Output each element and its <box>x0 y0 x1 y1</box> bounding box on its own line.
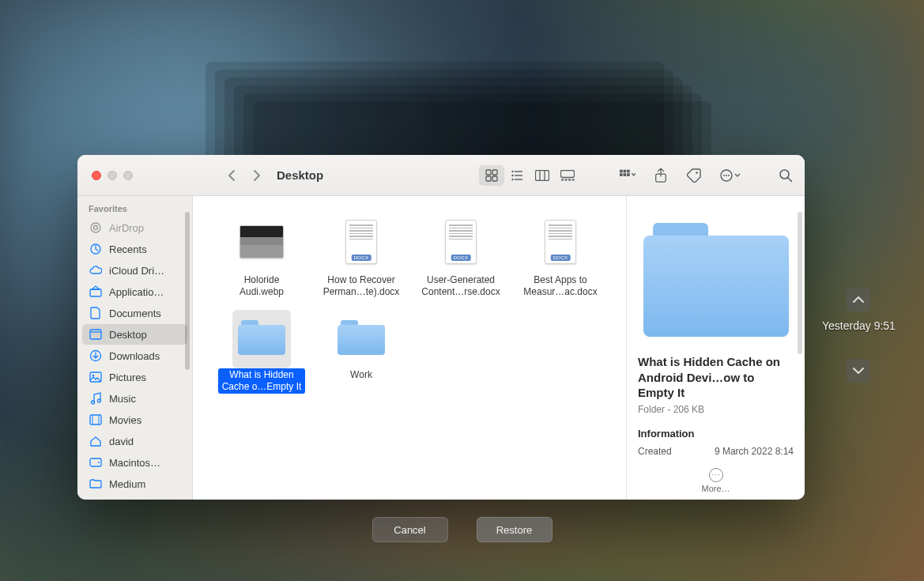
dialog-buttons: Cancel Restore <box>372 517 553 542</box>
svg-point-28 <box>726 175 727 176</box>
file-label: What is Hidden Cache o…Empty It <box>218 368 305 394</box>
file-grid: Holoride Audi.webp DOCX How to Recover P… <box>193 196 626 500</box>
file-item-selected[interactable]: What is Hidden Cache o…Empty It <box>212 310 311 398</box>
action-menu-button[interactable] <box>719 168 743 183</box>
file-label: Best Apps to Measur…ac.docx <box>517 274 604 299</box>
sidebar-header-favorites: Favorites <box>77 201 192 217</box>
view-mode-controls <box>479 165 580 186</box>
download-icon <box>89 349 103 362</box>
group-by-button[interactable] <box>620 168 635 183</box>
svg-rect-13 <box>561 170 575 177</box>
svg-rect-16 <box>568 179 571 180</box>
sidebar-item-macintosh[interactable]: Macintos… <box>82 452 187 473</box>
sidebar-item-movies[interactable]: Movies <box>82 409 187 430</box>
share-button[interactable] <box>653 168 669 183</box>
view-columns-button[interactable] <box>530 165 555 186</box>
preview-pane: What is Hidden Cache on Android Devi…ow … <box>626 196 805 500</box>
preview-scrollbar[interactable] <box>798 212 802 354</box>
zoom-window[interactable] <box>123 171 133 180</box>
sidebar-item-home[interactable]: david <box>82 431 187 451</box>
sidebar-item-label: Macintos… <box>109 457 160 469</box>
svg-rect-21 <box>620 173 623 176</box>
sidebar-item-airdrop[interactable]: AirDrop <box>82 217 187 238</box>
view-list-button[interactable] <box>504 165 530 186</box>
sidebar-item-label: Music <box>109 393 136 405</box>
preview-created-value: 9 March 2022 8:14 <box>715 446 794 457</box>
sidebar-item-downloads[interactable]: Downloads <box>82 345 187 366</box>
sidebar-item-medium[interactable]: Medium <box>82 473 187 494</box>
view-icons-button[interactable] <box>479 165 504 186</box>
pictures-icon <box>89 372 103 383</box>
file-label: Work <box>347 368 375 382</box>
svg-rect-20 <box>627 169 630 172</box>
image-thumbnail-icon <box>239 225 284 258</box>
file-item[interactable]: Work <box>311 310 411 398</box>
svg-point-29 <box>728 175 730 176</box>
file-label: How to Recover Perman…te).docx <box>318 274 405 299</box>
svg-rect-15 <box>565 179 568 180</box>
file-item[interactable]: DOCX Best Apps to Measur…ac.docx <box>511 215 610 304</box>
sidebar-item-desktop[interactable]: Desktop <box>82 324 187 345</box>
ellipsis-icon: ⋯ <box>709 468 723 482</box>
sidebar-item-label: Documents <box>109 307 161 319</box>
file-item[interactable]: DOCX How to Recover Perman…te).docx <box>311 215 411 304</box>
svg-rect-9 <box>515 179 522 179</box>
sidebar-item-music[interactable]: Music <box>82 388 187 409</box>
docx-icon: DOCX <box>545 220 576 264</box>
tags-button[interactable] <box>686 168 702 183</box>
restore-button[interactable]: Restore <box>477 517 553 542</box>
sidebar-item-label: Medium <box>109 478 145 490</box>
sidebar-item-pictures[interactable]: Pictures <box>82 367 187 387</box>
desktop-icon <box>89 329 103 340</box>
file-item[interactable]: Holoride Audi.webp <box>212 215 311 304</box>
preview-subtitle: Folder - 206 KB <box>638 404 794 415</box>
file-label: User-Generated Content…rse.docx <box>417 274 504 299</box>
svg-rect-18 <box>620 169 623 172</box>
preview-folder-icon <box>643 218 789 337</box>
timeline-up-button[interactable] <box>847 288 870 311</box>
svg-point-33 <box>94 226 98 230</box>
sidebar-item-documents[interactable]: Documents <box>82 303 187 323</box>
home-icon <box>89 436 103 447</box>
svg-point-27 <box>723 175 725 176</box>
svg-rect-17 <box>572 179 575 180</box>
timeline-down-button[interactable] <box>847 359 870 383</box>
sidebar-scrollbar[interactable] <box>185 212 190 370</box>
svg-point-25 <box>696 172 698 174</box>
svg-rect-7 <box>515 175 522 175</box>
music-icon <box>89 392 103 405</box>
svg-point-40 <box>92 375 95 377</box>
search-button[interactable] <box>778 168 794 183</box>
svg-rect-35 <box>90 289 101 296</box>
svg-rect-23 <box>627 173 630 176</box>
sidebar-item-recents[interactable]: Recents <box>82 239 187 259</box>
svg-point-6 <box>511 174 513 175</box>
svg-rect-19 <box>624 169 627 172</box>
apps-icon <box>89 285 103 298</box>
svg-rect-3 <box>492 176 497 181</box>
sidebar-item-label: Downloads <box>109 350 160 362</box>
svg-rect-43 <box>90 415 101 424</box>
svg-rect-36 <box>90 330 101 339</box>
view-gallery-button[interactable] <box>555 165 580 186</box>
sidebar-item-label: david <box>109 436 134 447</box>
close-window[interactable] <box>92 171 101 180</box>
svg-rect-5 <box>515 171 522 172</box>
svg-point-32 <box>91 223 100 232</box>
preview-info-header: Information <box>638 428 794 440</box>
doc-icon <box>89 307 103 319</box>
minimize-window[interactable] <box>107 171 117 180</box>
timeline-label: Yesterday 9:51 <box>822 319 896 332</box>
sidebar-item-applications[interactable]: Applicatio… <box>82 281 187 302</box>
folder-icon <box>89 479 103 489</box>
forward-button[interactable] <box>251 170 262 181</box>
back-button[interactable] <box>226 170 237 181</box>
toolbar: Desktop <box>77 155 805 196</box>
svg-rect-2 <box>486 176 491 181</box>
file-item[interactable]: DOCX User-Generated Content…rse.docx <box>411 215 511 304</box>
finder-window: Desktop <box>77 155 805 500</box>
cancel-button[interactable]: Cancel <box>372 517 448 542</box>
sidebar-item-label: Applicatio… <box>109 286 164 298</box>
sidebar-item-icloud[interactable]: iCloud Dri… <box>82 260 187 281</box>
preview-more[interactable]: ⋯ More… <box>627 461 805 500</box>
